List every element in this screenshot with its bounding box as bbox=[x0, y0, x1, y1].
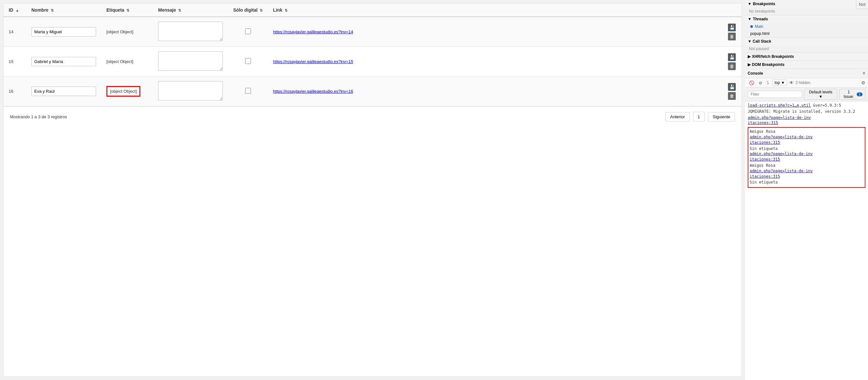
delete-btn-14[interactable]: 🗑 bbox=[728, 33, 736, 40]
col-header-nombre[interactable]: Nombre ⇅ bbox=[26, 4, 101, 17]
mensaje-textarea-16[interactable] bbox=[158, 81, 223, 101]
cell-link-16: https://rosayjavier.galileaestudio.es?in… bbox=[268, 77, 722, 106]
pagination-info: Mostrando 1 a 3 de 3 registros bbox=[10, 114, 67, 119]
action-icons-14: 💾 🗑 bbox=[727, 24, 736, 40]
threads-header[interactable]: ▼ Threads bbox=[745, 15, 868, 23]
console-body: load-scripts.php?c=1…e,util &ver=5.9.3:5… bbox=[745, 101, 868, 380]
breakpoints-header[interactable]: ▼ Breakpoints bbox=[745, 0, 868, 8]
console-log-link-2b[interactable]: itaciones:315 bbox=[748, 120, 778, 125]
link-15[interactable]: https://rosayjavier.galileaestudio.es?in… bbox=[273, 59, 353, 64]
console-hl-link-0a[interactable]: admin.php?page=lista-de-inv bbox=[750, 135, 813, 139]
triangle-icon-breakpoints: ▼ bbox=[748, 2, 751, 6]
cell-nombre-14 bbox=[26, 17, 101, 47]
console-pause-button[interactable]: ⊘ bbox=[757, 80, 764, 86]
etiqueta-highlighted-16: [object Object] bbox=[106, 86, 141, 97]
col-header-actions bbox=[722, 4, 742, 17]
delete-btn-15[interactable]: 🗑 bbox=[728, 62, 736, 70]
link-14[interactable]: https://rosayjavier.galileaestudio.es?in… bbox=[273, 29, 353, 34]
mensaje-textarea-15[interactable] bbox=[158, 51, 223, 71]
col-header-link[interactable]: Link ⇅ bbox=[268, 4, 722, 17]
console-log-0: load-scripts.php?c=1…e,util &ver=5.9.3:5 bbox=[748, 103, 865, 108]
console-hl-link-1b[interactable]: itaciones:315 bbox=[750, 157, 780, 162]
console-log-link-0[interactable]: load-scripts.php?c=1…e,util bbox=[748, 103, 811, 108]
action-icons-15: 💾 🗑 bbox=[727, 53, 736, 70]
console-hl-link-2b[interactable]: itaciones:315 bbox=[750, 174, 780, 179]
console-settings-button[interactable]: ⚙ bbox=[861, 80, 865, 85]
sort-arrow-id: ▲ bbox=[16, 8, 19, 12]
nombre-input-16[interactable] bbox=[31, 87, 96, 96]
table-row: 14 [object Object] https://rosayjavier.g… bbox=[4, 17, 742, 47]
current-page-box: 1 bbox=[693, 112, 705, 122]
triangle-icon-threads: ▼ bbox=[748, 17, 751, 21]
cell-mensaje-16 bbox=[153, 77, 228, 106]
main-content: ID ▲ Nombre ⇅ Etiqueta ⇅ Mensaje ⇅ Sólo … bbox=[3, 3, 742, 377]
col-header-id[interactable]: ID ▲ bbox=[4, 4, 26, 17]
console-filter-row: Default levels ▼ 1 Issue: 1 bbox=[745, 88, 868, 101]
thread-dot-main bbox=[750, 25, 753, 28]
console-highlighted-1: Sin etiqueta admin.php?page=lista-de-inv… bbox=[750, 146, 864, 162]
pagination-bar: Mostrando 1 a 3 de 3 registros Anterior … bbox=[4, 106, 742, 127]
cell-solo-16 bbox=[228, 77, 268, 106]
solo-checkbox-16[interactable] bbox=[245, 88, 251, 94]
xhr-breakpoints-header[interactable]: ▶ XHR/fetch Breakpoints bbox=[745, 53, 868, 61]
solo-checkbox-15[interactable] bbox=[245, 58, 251, 64]
triangle-icon-dom: ▶ bbox=[748, 62, 751, 67]
mensaje-textarea-14[interactable] bbox=[158, 22, 223, 41]
breakpoints-body: No breakpoints bbox=[745, 8, 868, 15]
triangle-icon-xhr: ▶ bbox=[748, 54, 751, 59]
cell-etiqueta-15: [object Object] bbox=[101, 47, 153, 77]
table-row: 15 [object Object] https://rosayjavier.g… bbox=[4, 47, 742, 77]
console-levels-button[interactable]: Default levels ▼ bbox=[804, 89, 837, 100]
console-hl-link-1a[interactable]: admin.php?page=lista-de-inv bbox=[750, 151, 813, 156]
save-btn-15[interactable]: 💾 bbox=[728, 53, 736, 61]
cell-actions-15: 💾 🗑 bbox=[722, 47, 742, 77]
console-eye-button[interactable]: 👁 bbox=[789, 80, 794, 85]
nombre-input-15[interactable] bbox=[31, 57, 96, 66]
dom-breakpoints-header[interactable]: ▶ DOM Breakpoints bbox=[745, 61, 868, 69]
console-title: Console bbox=[748, 71, 763, 76]
console-hl-link-0b[interactable]: itaciones:315 bbox=[750, 140, 780, 145]
col-header-mensaje[interactable]: Mensaje ⇅ bbox=[153, 4, 228, 17]
triangle-icon-callstack: ▼ bbox=[748, 39, 751, 44]
save-btn-14[interactable]: 💾 bbox=[728, 24, 736, 31]
console-filter-input[interactable] bbox=[748, 91, 802, 98]
delete-btn-16[interactable]: 🗑 bbox=[728, 92, 736, 100]
cell-link-15: https://rosayjavier.galileaestudio.es?in… bbox=[268, 47, 722, 77]
cell-nombre-15 bbox=[26, 47, 101, 77]
console-section: Console × 🚫 ⊘ ⤵ top ▼ 👁 2 hidden ⚙ Defau… bbox=[745, 69, 868, 380]
console-close-button[interactable]: × bbox=[863, 70, 865, 76]
console-header-left: Console bbox=[748, 71, 763, 76]
col-header-etiqueta[interactable]: Etiqueta ⇅ bbox=[101, 4, 153, 17]
console-log-1: JQMIGRATE: Migrate is installed, version… bbox=[748, 109, 865, 114]
pagination-controls: Anterior 1 Siguiente bbox=[665, 112, 735, 122]
not-label: Not bbox=[856, 0, 868, 9]
cell-id-15: 15 bbox=[4, 47, 26, 77]
cell-link-14: https://rosayjavier.galileaestudio.es?in… bbox=[268, 17, 722, 47]
console-clear-button[interactable]: 🚫 bbox=[748, 80, 755, 86]
next-page-button[interactable]: Siguiente bbox=[708, 112, 735, 122]
solo-checkbox-14[interactable] bbox=[245, 28, 251, 34]
nombre-input-14[interactable] bbox=[31, 27, 96, 36]
link-16[interactable]: https://rosayjavier.galileaestudio.es?in… bbox=[273, 89, 353, 94]
console-hidden-count: 2 hidden bbox=[796, 80, 810, 85]
save-btn-16[interactable]: 💾 bbox=[728, 83, 736, 91]
prev-page-button[interactable]: Anterior bbox=[665, 112, 690, 122]
console-issue-button[interactable]: 1 Issue: 1 bbox=[839, 89, 865, 100]
threads-section: ▼ Threads Main popup.html bbox=[745, 15, 868, 37]
console-hl-link-2a[interactable]: admin.php?page=lista-de-inv bbox=[750, 169, 813, 173]
breakpoints-section: ▼ Breakpoints No breakpoints bbox=[745, 0, 868, 15]
cell-actions-14: 💾 🗑 bbox=[722, 17, 742, 47]
console-log-link-2[interactable]: admin.php?page=lista-de-inv bbox=[748, 115, 811, 120]
col-header-solo[interactable]: Sólo digital ⇅ bbox=[228, 4, 268, 17]
console-toolbar: 🚫 ⊘ ⤵ top ▼ 👁 2 hidden ⚙ bbox=[745, 78, 868, 88]
thread-popup[interactable]: popup.html bbox=[745, 30, 868, 37]
data-table: ID ▲ Nombre ⇅ Etiqueta ⇅ Mensaje ⇅ Sólo … bbox=[4, 4, 742, 106]
cell-id-16: 16 bbox=[4, 77, 26, 106]
console-context-selector[interactable]: top ▼ bbox=[772, 79, 787, 86]
callstack-header[interactable]: ▼ Call Stack bbox=[745, 37, 868, 45]
thread-main[interactable]: Main bbox=[745, 23, 868, 30]
console-highlighted-2: Amigos Rosa admin.php?page=lista-de-inv … bbox=[750, 163, 864, 179]
action-icons-16: 💾 🗑 bbox=[727, 83, 736, 100]
issue-badge: 1 bbox=[857, 93, 863, 96]
console-step-button[interactable]: ⤵ bbox=[766, 80, 770, 86]
